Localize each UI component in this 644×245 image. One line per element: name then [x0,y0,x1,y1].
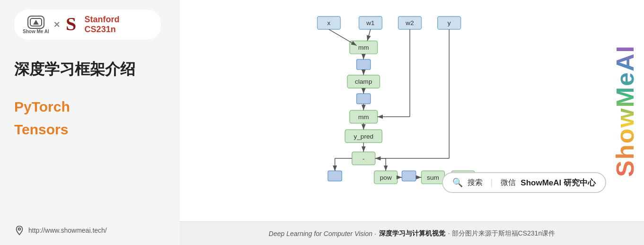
svg-text:S: S [66,13,76,33]
search-wechat: 微信 [501,178,516,188]
footer-text1: Deep Learning for Computer Vision · [269,230,376,237]
svg-text:w2: w2 [405,19,414,26]
svg-text:y: y [447,19,450,26]
search-divider: ｜ [487,177,496,188]
svg-point-3 [18,228,21,230]
search-icon: 🔍 [452,177,463,188]
main-content: x w1 w2 y mm clamp [180,0,644,245]
diagram-area: x w1 w2 y mm clamp [180,0,644,221]
svg-rect-17 [356,60,370,70]
svg-rect-37 [328,171,342,181]
svg-line-15 [329,29,357,45]
svg-text:clamp: clamp [355,78,372,85]
showmeai-icon [27,16,44,29]
footer-text3: · 部分图片来源于斯坦福CS231n课件 [448,229,555,238]
sidebar: Show Me Al × S Stanford CS231n 深度学习框架介绍 … [0,0,180,245]
nav-item-tensors[interactable]: Tensors [14,122,166,138]
svg-marker-1 [33,20,39,25]
logo-area: Show Me Al × S Stanford CS231n [14,9,161,40]
stanford-logo: S Stanford CS231n [65,13,120,36]
showmeai-logo: Show Me Al [23,16,49,34]
nav-item-pytorch[interactable]: PyTorch [14,99,166,115]
svg-text:-: - [362,155,365,162]
stanford-text: Stanford CS231n [85,15,120,35]
svg-text:w1: w1 [366,19,374,26]
svg-rect-45 [402,171,415,181]
svg-text:y_pred: y_pred [353,133,373,140]
nav-items: PyTorch Tensors [14,99,166,138]
svg-text:pow: pow [379,174,391,181]
svg-text:mm: mm [358,44,369,51]
search-brand: ShowMeAI 研究中心 [520,177,596,188]
watermark-text: ShowMeAI [611,45,639,177]
svg-rect-22 [356,94,370,104]
watermark: ShowMeAI [611,0,639,221]
showmeai-label: Show Me Al [23,29,49,34]
svg-text:x: x [327,19,330,26]
svg-text:sum: sum [427,174,439,181]
footer-url: http://www.showmeai.tech/ [28,227,107,234]
stanford-course: CS231n [85,25,120,35]
cross-icon: × [54,18,60,31]
svg-text:mm: mm [358,114,369,121]
stanford-s-letter: S [65,13,82,36]
footer-text2: 深度学习与计算机视觉 [379,229,445,238]
main-title: 深度学习框架介绍 [14,59,166,80]
stanford-name: Stanford [85,15,120,25]
search-prefix: 搜索 [468,178,483,188]
footer-link[interactable]: http://www.showmeai.tech/ [14,225,107,236]
search-bar[interactable]: 🔍 搜索 ｜ 微信 ShowMeAI 研究中心 [442,172,606,193]
location-icon [14,225,25,236]
footer-bar: Deep Learning for Computer Vision · 深度学习… [180,221,644,245]
svg-line-16 [367,29,371,41]
